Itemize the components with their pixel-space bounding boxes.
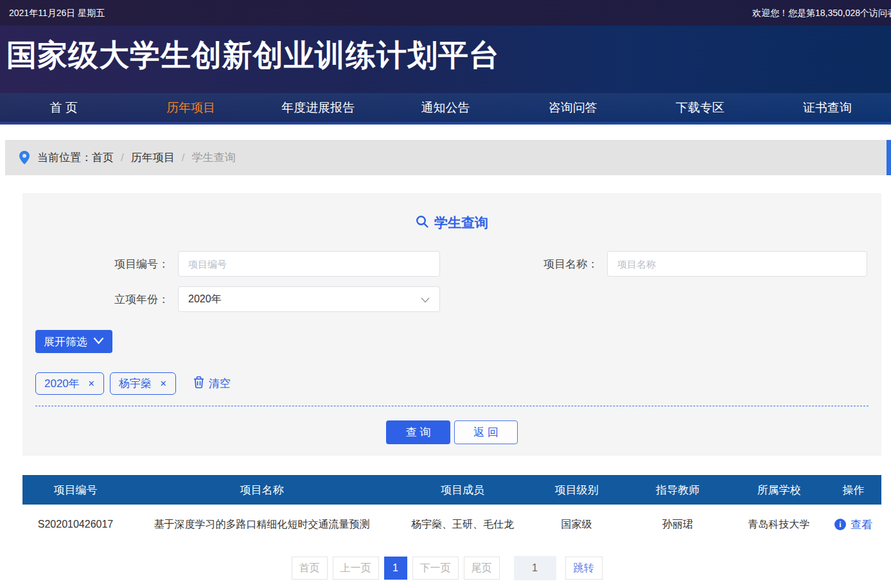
expand-filters-button[interactable]: 展开筛选	[35, 330, 112, 353]
col-actions: 操作	[825, 475, 881, 505]
col-project-name: 项目名称	[128, 475, 395, 505]
current-date: 2021年11月26日 星期五	[9, 8, 105, 19]
panel-title-text: 学生查询	[434, 214, 488, 232]
nav-underline	[0, 122, 891, 125]
form-actions: 查 询 返 回	[22, 420, 881, 444]
col-level: 项目级别	[530, 475, 623, 505]
pagination: 首页 上一页 1 下一页 尾页 跳转	[0, 556, 891, 580]
year-select-value: 2020年	[188, 293, 222, 306]
pagination-next[interactable]: 下一页	[412, 557, 459, 580]
pagination-last[interactable]: 尾页	[464, 557, 500, 580]
cell-level: 国家级	[530, 505, 623, 544]
view-action[interactable]: i 查看	[834, 517, 872, 532]
breadcrumb-separator: /	[182, 151, 185, 164]
table-header-row: 项目编号 项目名称 项目成员 项目级别 指导教师 所属学校 操作	[22, 475, 881, 505]
project-name-label: 项目名称：	[440, 257, 607, 272]
col-teacher: 指导教师	[623, 475, 732, 505]
location-pin-icon	[19, 151, 30, 164]
cell-project-name: 基于深度学习的多路口精细化短时交通流量预测	[128, 505, 395, 544]
active-filter-tags: 2020年 ✕ 杨宇燊 ✕ 清空	[35, 372, 881, 395]
main-nav: 首 页 历年项目 年度进展报告 通知公告 咨询问答 下载专区 证书查询	[0, 93, 891, 122]
col-school: 所属学校	[732, 475, 825, 505]
cell-members: 杨宇燊、王研、毛仕龙	[395, 505, 530, 544]
student-query-panel: 学生查询 项目编号： 项目名称： 立项年份： 2020年 展开筛选 2020年 …	[22, 193, 881, 456]
search-icon	[416, 215, 428, 231]
project-name-input[interactable]	[607, 251, 867, 277]
nav-item-annual-report[interactable]: 年度进展报告	[254, 93, 382, 122]
visitor-welcome: 欢迎您！您是第18,350,028个访问者	[752, 8, 891, 19]
cell-project-code: S202010426017	[22, 505, 128, 544]
project-code-input[interactable]	[178, 251, 440, 277]
nav-item-downloads[interactable]: 下载专区	[637, 93, 764, 122]
search-button[interactable]: 查 询	[386, 420, 450, 444]
year-select[interactable]: 2020年	[178, 286, 440, 312]
close-icon[interactable]: ✕	[160, 379, 167, 388]
expand-filters-label: 展开筛选	[44, 334, 87, 349]
nav-item-certificate-query[interactable]: 证书查询	[764, 93, 891, 122]
pagination-first[interactable]: 首页	[292, 557, 328, 580]
breadcrumb-current: 学生查询	[191, 150, 235, 165]
filter-tag-label: 2020年	[44, 376, 80, 391]
info-icon: i	[834, 519, 846, 530]
nav-item-announcements[interactable]: 通知公告	[382, 93, 509, 122]
view-link[interactable]: 查看	[851, 517, 872, 532]
breadcrumb-past-projects[interactable]: 历年项目	[131, 150, 175, 165]
site-header: 国家级大学生创新创业训练计划平台	[0, 26, 891, 93]
breadcrumb-prefix: 当前位置：	[37, 150, 92, 165]
breadcrumb: 当前位置： 首页 / 历年项目 / 学生查询	[5, 140, 891, 175]
cell-teacher: 孙丽珺	[623, 505, 732, 544]
col-members: 项目成员	[395, 475, 530, 505]
chevron-down-icon	[93, 335, 104, 348]
panel-title: 学生查询	[22, 193, 881, 232]
close-icon[interactable]: ✕	[88, 379, 95, 388]
filter-tag-label: 杨宇燊	[119, 376, 152, 391]
table-row: S202010426017 基于深度学习的多路口精细化短时交通流量预测 杨宇燊、…	[22, 505, 881, 544]
year-label: 立项年份：	[22, 292, 178, 307]
pagination-jump-input[interactable]	[514, 556, 556, 580]
clear-filters-button[interactable]: 清空	[190, 376, 234, 392]
pagination-prev[interactable]: 上一页	[333, 557, 379, 580]
filter-tag-year[interactable]: 2020年 ✕	[35, 372, 104, 395]
dashed-divider	[35, 406, 869, 406]
project-code-label: 项目编号：	[22, 257, 178, 272]
pagination-page-1[interactable]: 1	[384, 557, 407, 580]
results-table: 项目编号 项目名称 项目成员 项目级别 指导教师 所属学校 操作 S202010…	[22, 475, 881, 544]
back-button[interactable]: 返 回	[454, 420, 518, 444]
chevron-down-icon	[420, 295, 430, 307]
query-form: 项目编号： 项目名称： 立项年份： 2020年	[22, 251, 881, 312]
breadcrumb-separator: /	[121, 151, 124, 164]
nav-item-home[interactable]: 首 页	[0, 93, 127, 122]
nav-item-qa[interactable]: 咨询问答	[509, 93, 637, 122]
clear-filters-label: 清空	[209, 376, 231, 391]
col-project-code: 项目编号	[22, 475, 128, 505]
top-utility-bar: 2021年11月26日 星期五 欢迎您！您是第18,350,028个访问者	[0, 0, 891, 26]
breadcrumb-home[interactable]: 首页	[92, 150, 114, 165]
cell-school: 青岛科技大学	[732, 505, 825, 544]
filter-tag-student[interactable]: 杨宇燊 ✕	[110, 372, 176, 395]
trash-icon	[193, 376, 204, 392]
pagination-jump-button[interactable]: 跳转	[565, 557, 603, 580]
site-title: 国家级大学生创新创业训练计划平台	[0, 26, 891, 76]
nav-item-past-projects[interactable]: 历年项目	[127, 93, 254, 122]
